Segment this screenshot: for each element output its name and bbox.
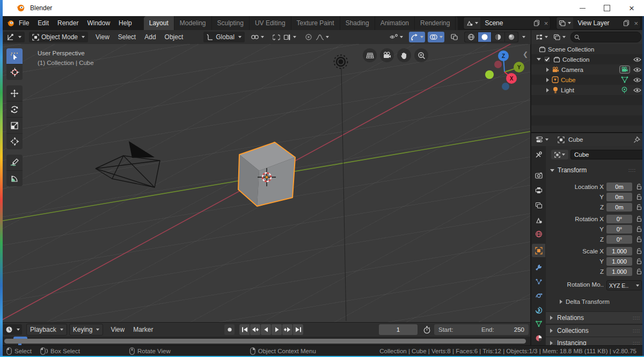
view-layer-icon-dropdown[interactable] bbox=[557, 17, 573, 29]
tab-scene[interactable] bbox=[532, 214, 545, 227]
maximize-button[interactable] bbox=[595, 0, 619, 16]
tab-render[interactable] bbox=[532, 169, 545, 182]
tab-animation[interactable]: Animation bbox=[375, 16, 415, 30]
tool-move[interactable] bbox=[6, 85, 23, 101]
shading-material-button[interactable] bbox=[492, 32, 504, 42]
tool-cursor[interactable] bbox=[6, 64, 23, 80]
outliner-row-camera[interactable]: Camera bbox=[531, 64, 644, 75]
sidebar-collapse-arrow[interactable]: ❮ bbox=[523, 50, 528, 58]
relations-panel[interactable]: Relations :::: bbox=[546, 311, 644, 324]
timeline-marker-menu[interactable]: Marker bbox=[129, 324, 157, 335]
object-type-visibility[interactable] bbox=[388, 32, 405, 42]
rotation-z-field[interactable]: 0° bbox=[606, 235, 632, 244]
location-y-field[interactable]: 0m bbox=[606, 193, 632, 201]
lock-open-icon[interactable] bbox=[636, 225, 642, 232]
outliner-search[interactable] bbox=[570, 32, 641, 42]
camera-view-button[interactable] bbox=[380, 48, 394, 62]
tool-measure[interactable] bbox=[6, 171, 23, 186]
lock-open-icon[interactable] bbox=[636, 258, 642, 265]
drag-dots-icon[interactable]: :::: bbox=[633, 315, 640, 320]
tool-transform[interactable] bbox=[6, 134, 23, 149]
view-layer-selector[interactable]: View Layer × bbox=[556, 17, 641, 30]
tab-sculpting[interactable]: Sculpting bbox=[212, 16, 250, 30]
scale-x-field[interactable]: 1.000 bbox=[606, 247, 632, 256]
jump-to-end-button[interactable] bbox=[293, 324, 303, 335]
scale-z-field[interactable]: 1.000 bbox=[606, 267, 632, 276]
play-button[interactable] bbox=[272, 324, 282, 335]
lock-open-icon[interactable] bbox=[636, 183, 642, 190]
object-id-icon-button[interactable] bbox=[551, 150, 568, 159]
keying-menu[interactable]: Keying bbox=[69, 324, 104, 336]
drag-dots-icon[interactable]: :::: bbox=[628, 167, 636, 173]
camera-object[interactable] bbox=[96, 141, 160, 187]
outliner-row-light[interactable]: Light bbox=[531, 85, 644, 95]
expand-icon[interactable] bbox=[546, 78, 549, 82]
tool-scale[interactable] bbox=[6, 118, 23, 134]
tool-annotate[interactable] bbox=[6, 155, 23, 171]
prev-keyframe-button[interactable] bbox=[250, 324, 260, 335]
mesh-data-icon[interactable] bbox=[621, 76, 628, 83]
editor-type-3dviewport-button[interactable] bbox=[3, 32, 25, 42]
outliner-row-collection[interactable]: Collection bbox=[531, 54, 644, 64]
outliner-display-mode-button[interactable] bbox=[552, 32, 567, 42]
tab-texture-paint[interactable]: Texture Paint bbox=[291, 16, 340, 30]
delta-transform-panel[interactable]: Delta Transform bbox=[560, 297, 610, 306]
location-x-field[interactable]: 0m bbox=[606, 183, 632, 191]
pan-view-button[interactable] bbox=[397, 48, 411, 62]
scene-icon-dropdown[interactable] bbox=[464, 17, 480, 29]
lock-open-icon[interactable] bbox=[636, 247, 642, 254]
play-reverse-button[interactable] bbox=[261, 324, 271, 335]
mode-selector[interactable]: Object Mode bbox=[29, 32, 88, 42]
tab-tool[interactable] bbox=[532, 148, 545, 162]
viewport-3d[interactable]: User Perspective (1) Collection | Cube bbox=[0, 44, 530, 322]
tab-output[interactable] bbox=[532, 184, 545, 197]
tab-object-data[interactable] bbox=[532, 317, 545, 331]
show-overlays-toggle[interactable] bbox=[428, 32, 444, 42]
menu-edit[interactable]: Edit bbox=[33, 17, 53, 29]
object-name-field[interactable] bbox=[570, 150, 644, 159]
tab-uv-editing[interactable]: UV Editing bbox=[250, 16, 291, 30]
jump-to-start-button[interactable] bbox=[239, 324, 250, 335]
editor-type-outliner-button[interactable] bbox=[534, 32, 550, 42]
axis-orientation-gizmo[interactable]: Z Y X bbox=[482, 47, 525, 90]
tab-rendering[interactable]: Rendering bbox=[415, 16, 456, 30]
tab-constraints[interactable] bbox=[532, 303, 545, 317]
location-z-field[interactable]: 0m bbox=[606, 203, 632, 212]
proportional-editing-toggle[interactable] bbox=[303, 32, 314, 42]
expand-icon[interactable] bbox=[546, 88, 549, 92]
tab-object[interactable] bbox=[532, 244, 545, 257]
axis-neg-x-ball[interactable] bbox=[494, 61, 502, 68]
snap-settings[interactable] bbox=[282, 32, 298, 42]
tab-compositing[interactable]: Compos bbox=[456, 16, 458, 30]
lock-open-icon[interactable] bbox=[636, 236, 642, 243]
tab-material[interactable] bbox=[532, 331, 545, 345]
axis-neg-y-ball[interactable] bbox=[485, 70, 494, 79]
shading-rendered-button[interactable] bbox=[505, 32, 518, 42]
editor-type-timeline-button[interactable] bbox=[3, 324, 22, 335]
tab-particles[interactable] bbox=[532, 275, 545, 288]
shading-dropdown[interactable] bbox=[522, 36, 525, 38]
drag-dots-icon[interactable]: :::: bbox=[633, 328, 640, 333]
menu-select[interactable]: Select bbox=[114, 32, 140, 42]
menu-add[interactable]: Add bbox=[140, 32, 160, 42]
xray-toggle[interactable] bbox=[449, 32, 460, 42]
tab-world[interactable] bbox=[532, 227, 545, 241]
scene-new-button[interactable] bbox=[531, 20, 542, 26]
record-button[interactable] bbox=[224, 324, 235, 335]
light-data-icon[interactable] bbox=[621, 86, 628, 93]
axis-neg-z-ball[interactable] bbox=[502, 83, 509, 90]
menu-file[interactable]: File bbox=[14, 17, 33, 29]
proportional-falloff-selector[interactable] bbox=[314, 32, 331, 42]
tab-layout[interactable]: Layout bbox=[144, 16, 174, 30]
lock-open-icon[interactable] bbox=[636, 203, 642, 210]
tab-modifiers[interactable] bbox=[532, 260, 545, 274]
frame-end-field[interactable]: End: 250 bbox=[477, 324, 529, 335]
menu-view[interactable]: View bbox=[91, 32, 114, 42]
scene-unlink-button[interactable]: × bbox=[542, 20, 551, 27]
show-gizmo-toggle[interactable] bbox=[409, 32, 425, 42]
expand-icon[interactable] bbox=[537, 58, 541, 61]
minimize-button[interactable] bbox=[570, 0, 595, 16]
next-keyframe-button[interactable] bbox=[282, 324, 292, 335]
close-button[interactable]: × bbox=[619, 0, 644, 16]
pin-button[interactable] bbox=[633, 136, 640, 143]
